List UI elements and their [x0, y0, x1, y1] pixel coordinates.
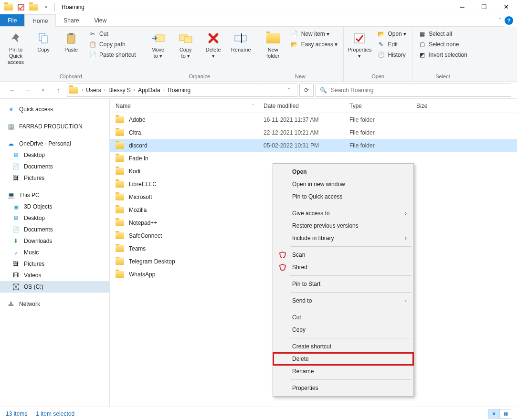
search-box[interactable]: 🔍	[316, 84, 511, 97]
folder-icon	[116, 258, 124, 265]
file-name: discord	[129, 142, 148, 149]
file-row[interactable]: Adobe 16-11-2021 11:37 AM File folder	[110, 113, 517, 126]
tab-home[interactable]: Home	[24, 14, 56, 27]
sidebar-quick-access[interactable]: ★Quick access	[0, 104, 109, 115]
select-none-button[interactable]: ▢Select none	[415, 39, 470, 50]
collapse-ribbon-icon[interactable]: ˄	[495, 14, 505, 27]
sidebar-pictures[interactable]: 🖼Pictures	[0, 258, 109, 270]
tab-share[interactable]: Share	[56, 14, 86, 27]
copy-path-button[interactable]: 📋Copy path	[86, 39, 139, 50]
col-date[interactable]: Date modified	[264, 103, 349, 109]
select-all-button[interactable]: ▦Select all	[415, 29, 470, 39]
pin-quick-access-button[interactable]: Pin to Quick access	[3, 29, 29, 68]
history-icon: 🕘	[377, 51, 385, 59]
history-button[interactable]: 🕘History	[374, 50, 409, 60]
file-row[interactable]: Citra 22-12-2021 10:21 AM File folder	[110, 126, 517, 139]
documents-icon: 📄	[11, 226, 20, 233]
col-name[interactable]: Name	[116, 103, 131, 109]
file-row[interactable]: discord 05-02-2022 10:31 PM File folder	[110, 139, 517, 152]
copy-icon	[36, 31, 51, 46]
cube-icon: ▣	[11, 203, 20, 210]
tab-view[interactable]: View	[86, 14, 114, 27]
sidebar-music[interactable]: ♪Music	[0, 247, 109, 258]
context-item-pin-to-quick-access[interactable]: Pin to Quick access	[273, 190, 413, 203]
pin-icon	[8, 31, 23, 46]
file-type: File folder	[349, 116, 416, 123]
ribbon-group-new: New folder 📄New item ▾ 📂Easy access ▾ Ne…	[257, 27, 344, 81]
sidebar-desktop[interactable]: 🖥Desktop	[0, 212, 109, 224]
easy-access-button[interactable]: 📂Easy access ▾	[288, 39, 341, 50]
sidebar-farrad[interactable]: 🏢FARRAD PRODUCTION	[0, 121, 109, 132]
open-button[interactable]: 📂Open ▾	[374, 29, 409, 39]
context-item-open-in-new-window[interactable]: Open in new window	[273, 178, 413, 190]
context-item-give-access-to[interactable]: Give access to›	[273, 207, 413, 220]
crumb-appdata[interactable]: AppData	[136, 87, 162, 94]
sidebar-3d-objects[interactable]: ▣3D Objects	[0, 201, 109, 212]
crumb-users[interactable]: Users	[84, 87, 103, 94]
sidebar-videos[interactable]: 🎞Videos	[0, 270, 109, 281]
col-type[interactable]: Type	[349, 103, 416, 109]
sidebar-od-pictures[interactable]: 🖼Pictures	[0, 172, 109, 184]
context-item-properties[interactable]: Properties	[273, 382, 413, 394]
paste-shortcut-button[interactable]: 📄Paste shortcut	[86, 50, 139, 60]
crumb-user[interactable]: Blessy S	[106, 87, 133, 94]
view-details-button[interactable]: ≡	[488, 409, 500, 419]
context-item-pin-to-start[interactable]: Pin to Start	[273, 278, 413, 290]
context-item-scan[interactable]: Scan	[273, 249, 413, 261]
edit-button[interactable]: ✎Edit	[374, 39, 409, 50]
crumb-roaming[interactable]: Roaming	[166, 87, 192, 94]
sidebar-od-documents[interactable]: 📄Documents	[0, 161, 109, 172]
qat-properties-icon[interactable]	[15, 1, 27, 13]
context-item-send-to[interactable]: Send to›	[273, 294, 413, 307]
context-item-create-shortcut[interactable]: Create shortcut	[273, 340, 413, 353]
context-item-restore-previous-versions[interactable]: Restore previous versions	[273, 220, 413, 232]
folder-icon	[116, 129, 124, 136]
rename-button[interactable]: Rename	[228, 29, 254, 55]
search-input[interactable]	[331, 87, 507, 94]
context-item-include-in-library[interactable]: Include in library›	[273, 232, 413, 244]
copy-to-button[interactable]: Copy to ▾	[173, 29, 199, 61]
sidebar-os-c[interactable]: 💽OS (C:)	[0, 281, 109, 293]
minimize-button[interactable]: ─	[451, 0, 473, 14]
cut-button[interactable]: ✂Cut	[86, 29, 139, 39]
col-size[interactable]: Size	[416, 103, 454, 109]
new-folder-button[interactable]: New folder	[260, 29, 286, 61]
invert-selection-button[interactable]: ◩Invert selection	[415, 50, 470, 60]
context-item-delete[interactable]: Delete	[273, 353, 413, 365]
context-item-cut[interactable]: Cut	[273, 311, 413, 324]
qat-newfolder-icon[interactable]	[28, 1, 39, 13]
sidebar-this-pc[interactable]: 💻This PC	[0, 189, 109, 201]
paste-button[interactable]: Paste	[58, 29, 84, 55]
file-row[interactable]: Fade In	[110, 152, 517, 165]
sidebar-downloads[interactable]: ⬇Downloads	[0, 235, 109, 247]
sidebar-documents[interactable]: 📄Documents	[0, 224, 109, 235]
context-item-copy[interactable]: Copy	[273, 324, 413, 336]
up-button[interactable]: ↑	[52, 84, 65, 97]
context-item-open[interactable]: Open	[273, 166, 413, 178]
forward-button[interactable]: →	[21, 84, 34, 97]
close-button[interactable]: ✕	[495, 0, 517, 14]
refresh-button[interactable]: ⟳	[299, 84, 314, 97]
address-dropdown-icon[interactable]: ˅	[283, 84, 295, 96]
qat-folder-icon[interactable]	[3, 1, 14, 13]
maximize-button[interactable]: ☐	[473, 0, 495, 14]
back-button[interactable]: ←	[6, 84, 19, 97]
recent-locations-button[interactable]: ▾	[36, 84, 50, 97]
sidebar-od-desktop[interactable]: 🖥Desktop	[0, 149, 109, 161]
tab-file[interactable]: File	[0, 14, 24, 27]
sidebar-network[interactable]: 🖧Network	[0, 298, 109, 310]
file-name: WhatsApp	[129, 271, 155, 278]
new-item-button[interactable]: 📄New item ▾	[288, 29, 341, 39]
copy-button[interactable]: Copy	[31, 29, 56, 55]
context-item-shred[interactable]: Shred	[273, 261, 413, 273]
sidebar-onedrive[interactable]: ☁OneDrive - Personal	[0, 138, 109, 149]
view-large-button[interactable]: ▦	[500, 409, 511, 419]
submenu-arrow-icon: ›	[405, 297, 407, 304]
help-icon[interactable]: ?	[505, 16, 513, 25]
address-bar[interactable]: › Users › Blessy S › AppData › Roaming ˅	[67, 84, 297, 97]
context-item-rename[interactable]: Rename	[273, 365, 413, 378]
move-to-button[interactable]: Move to ▾	[145, 29, 171, 61]
properties-button[interactable]: Properties ▾	[347, 29, 372, 61]
delete-button[interactable]: Delete ▾	[200, 29, 226, 61]
qat-customize-icon[interactable]: ▾	[40, 1, 52, 13]
